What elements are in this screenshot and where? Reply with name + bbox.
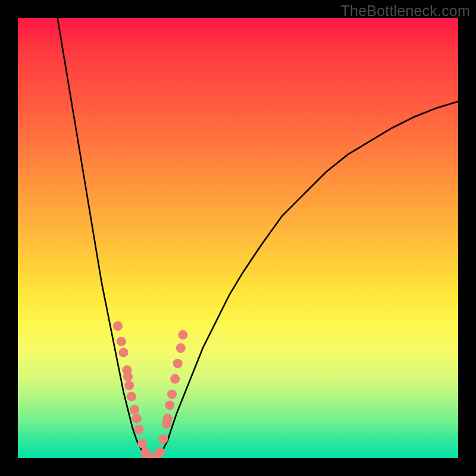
data-point <box>137 439 147 449</box>
data-point <box>134 425 144 434</box>
data-point <box>163 414 173 423</box>
data-point <box>170 374 180 384</box>
data-point <box>130 405 139 415</box>
data-point <box>167 390 177 399</box>
data-point <box>113 321 123 331</box>
bottleneck-curve <box>58 18 458 458</box>
data-point <box>123 372 133 381</box>
chart-frame: TheBottleneck.com <box>0 0 476 476</box>
data-point <box>165 400 174 410</box>
data-point <box>173 359 183 368</box>
data-point <box>176 343 186 353</box>
plot-area <box>18 18 458 458</box>
curve-group <box>58 18 458 458</box>
data-points <box>113 321 188 458</box>
data-point <box>178 330 188 340</box>
data-point <box>119 347 129 357</box>
chart-svg <box>18 18 458 458</box>
data-point <box>158 434 168 444</box>
data-point <box>132 414 142 423</box>
watermark-text: TheBottleneck.com <box>341 2 470 20</box>
data-point <box>124 381 134 390</box>
data-point <box>117 337 126 346</box>
data-point <box>127 392 136 401</box>
